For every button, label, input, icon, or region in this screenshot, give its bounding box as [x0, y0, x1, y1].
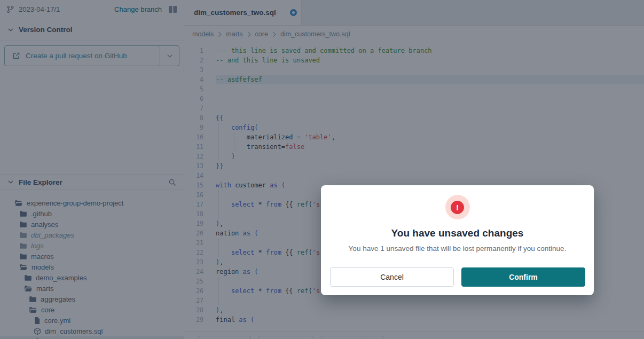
modal-title: You have unsaved changes	[321, 227, 594, 239]
confirm-button[interactable]: Confirm	[461, 267, 585, 287]
modal-message: You have 1 unsaved file that will be los…	[321, 245, 594, 253]
modal-actions: Cancel Confirm	[330, 267, 585, 287]
cancel-button[interactable]: Cancel	[330, 267, 454, 287]
unsaved-changes-modal: ! You have unsaved changes You have 1 un…	[321, 185, 594, 295]
alert-icon: !	[445, 195, 470, 219]
exclamation-icon: !	[451, 201, 464, 214]
dbt-cloud-ide: 2023-04-17/1 Change branch Version Contr…	[0, 0, 644, 339]
